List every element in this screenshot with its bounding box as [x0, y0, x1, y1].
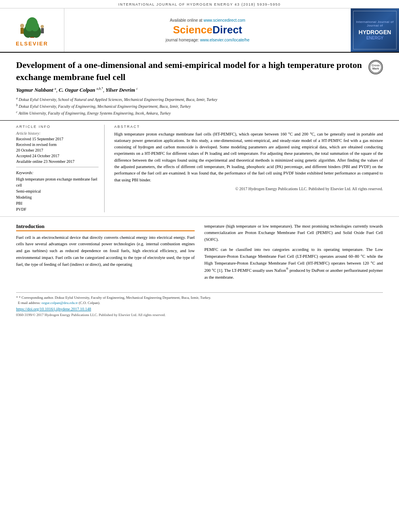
article-info-abstract-section: ARTICLE INFO Article history: Received 1…: [0, 121, 399, 217]
author-1: Yagmur Nalıbant: [16, 87, 53, 93]
svg-rect-10: [41, 28, 44, 33]
svg-text:Mark: Mark: [372, 67, 379, 70]
sciencedirect-header: Available online at www.sciencedirect.co…: [64, 8, 351, 52]
corresponding-author-note: * * Corresponding author. Dokuz Eylul Un…: [16, 295, 383, 301]
article-title: Development of a one-dimensional and sem…: [16, 59, 383, 83]
keywords-label: Keywords:: [16, 170, 99, 175]
email-suffix: (C.O. Colpan).: [79, 301, 101, 305]
doi-link[interactable]: https://doi.org/10.1016/j.ijhydene.2017.…: [16, 307, 399, 311]
available-text: Available online at www.sciencedirect.co…: [170, 18, 245, 23]
intro-paragraph-right-2: PEMFC can be classified into two categor…: [204, 246, 383, 281]
affiliation-c: c Atilim University, Faculty of Engineer…: [16, 110, 383, 116]
received-date: Received 15 September 2017: [16, 136, 99, 142]
elsevier-logo: ELSEVIER: [0, 8, 64, 52]
sciencedirect-url[interactable]: www.sciencedirect.com: [204, 18, 245, 23]
svg-point-9: [41, 25, 44, 28]
copyright-text: © 2017 Hydrogen Energy Publications LLC.…: [114, 187, 383, 191]
crossmark-badge: Cross Mark: [368, 60, 383, 74]
journal-top-bar: INTERNATIONAL JOURNAL OF HYDROGEN ENERGY…: [0, 0, 399, 8]
email-label: E-mail address:: [18, 301, 41, 305]
email-footnote: E-mail address: ozgur.colpan@deu.edu.tr …: [16, 300, 383, 306]
crossmark-icon: Cross Mark: [368, 60, 383, 74]
footnote-section: * * Corresponding author. Dokuz Eylul Un…: [16, 292, 383, 306]
journal-header: ELSEVIER Available online at www.science…: [0, 8, 399, 53]
article-info-heading: ARTICLE INFO: [16, 125, 99, 129]
keyword-1: High temperature proton exchange membran…: [16, 176, 99, 188]
copyright-bottom: 0360-3199/© 2017 Hydrogen Energy Publica…: [16, 313, 383, 317]
svg-text:Cross: Cross: [372, 64, 380, 67]
abstract-text: High temperature proton exchange membran…: [114, 131, 383, 183]
history-label: Article history:: [16, 131, 99, 136]
available-online-date: Available online 23 November 2017: [16, 159, 99, 164]
intro-left-col: Introduction Fuel cell is an electrochem…: [16, 223, 195, 284]
svg-point-7: [20, 24, 24, 28]
introduction-title: Introduction: [16, 223, 195, 231]
sciencedirect-title: ScienceDirect: [173, 24, 242, 36]
affil-c: c: [136, 87, 138, 90]
article-info-column: ARTICLE INFO Article history: Received 1…: [16, 125, 105, 212]
info-divider: [16, 167, 99, 167]
intro-paragraph-1: Fuel cell is an electrochemical device t…: [16, 234, 195, 268]
journal-citation: INTERNATIONAL JOURNAL OF HYDROGEN ENERGY…: [118, 2, 281, 6]
introduction-two-col: Introduction Fuel cell is an electrochem…: [16, 223, 383, 284]
affiliation-b: b Dokuz Eylul University, Faculty of Eng…: [16, 103, 383, 109]
svg-point-6: [31, 22, 39, 31]
abstract-heading: ABSTRACT: [114, 125, 383, 129]
intro-right-col: temperature (high temperature or low tem…: [204, 223, 383, 284]
revised-date: 20 October 2017: [16, 148, 99, 153]
accepted-date: Accepted 24 October 2017: [16, 153, 99, 159]
affil-ab: a,b,*: [97, 87, 103, 90]
authors-line: Yagmur Nalıbant a, C. Ozgur Colpan a,b,*…: [16, 87, 383, 93]
affiliation-a: a Dokuz Eylul University, School of Natu…: [16, 96, 383, 103]
introduction-section: Introduction Fuel cell is an electrochem…: [0, 217, 399, 288]
keyword-5: PVDF: [16, 206, 99, 212]
hydrogen-energy-text: ENERGY: [366, 36, 383, 40]
author-2: C. Ozgur Colpan: [59, 87, 95, 93]
journal-cover: International Journal ofJournal of HYDRO…: [351, 8, 399, 52]
elsevier-tree-icon: [14, 14, 50, 40]
keyword-4: PBI: [16, 200, 99, 206]
corresponding-author-text: * Corresponding author. Dokuz Eylul Univ…: [19, 296, 211, 300]
keyword-3: Modeling: [16, 194, 99, 200]
journal-url[interactable]: www.elsevier.com/locate/he: [200, 38, 249, 42]
while-word: while: [367, 254, 376, 259]
cover-inner: International Journal ofJournal of HYDRO…: [353, 11, 397, 49]
keyword-2: Semi-empirical: [16, 188, 99, 194]
email-link[interactable]: ozgur.colpan@deu.edu.tr: [41, 301, 78, 305]
elsevier-brand-text: ELSEVIER: [16, 41, 48, 47]
journal-homepage: journal homepage: www.elsevier.com/locat…: [166, 38, 249, 42]
author-3: Yilser Devrim: [106, 87, 135, 93]
affil-a1: a: [55, 87, 56, 90]
revised-label: Received in revised form: [16, 142, 99, 148]
hydrogen-big-text: HYDROGEN: [359, 29, 391, 36]
intro-paragraph-right-1: temperature (high temperature or low tem…: [204, 223, 383, 243]
hydrogen-journal-name: International Journal ofJournal of: [356, 20, 393, 27]
svg-rect-8: [21, 28, 24, 34]
abstract-column: ABSTRACT High temperature proton exchang…: [113, 125, 383, 212]
article-title-section: Cross Mark Development of a one-dimensio…: [0, 53, 399, 121]
